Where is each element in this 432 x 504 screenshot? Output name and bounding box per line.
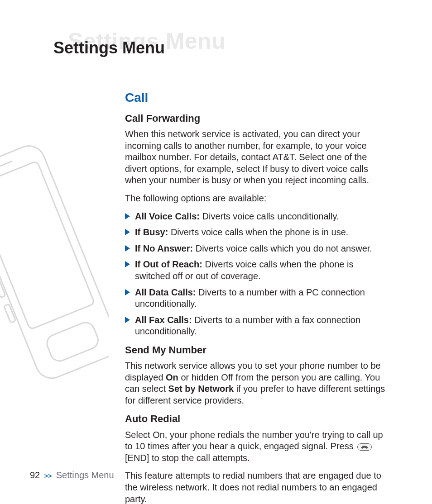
subheading-send-my-number: Send My Number (125, 344, 388, 357)
option-label: If No Answer: (135, 243, 193, 253)
option-label: All Fax Calls: (135, 315, 192, 325)
call-forwarding-para1: When this network service is activated, … (125, 128, 388, 186)
option-text: Diverts voice calls which you do not ans… (193, 243, 372, 253)
end-key-icon (357, 443, 372, 451)
option-label: If Out of Reach: (135, 259, 202, 269)
triangle-bullet-icon (125, 317, 130, 323)
auto-redial-para1: Select On, your phone redials the number… (125, 429, 388, 464)
subheading-auto-redial: Auto Redial (125, 413, 388, 425)
triangle-bullet-icon (125, 245, 130, 252)
send-my-number-para: This network service allows you to set y… (125, 360, 388, 406)
triangle-bullet-icon (125, 289, 130, 295)
page-footer: 92 >> Settings Menu (30, 470, 114, 480)
list-item: If Busy: Diverts voice calls when the ph… (125, 227, 388, 238)
list-item: If Out of Reach: Diverts voice calls whe… (125, 259, 388, 282)
svg-rect-0 (0, 141, 109, 383)
list-item: All Fax Calls: Diverts to a number with … (125, 314, 388, 338)
triangle-bullet-icon (125, 261, 130, 267)
content-column: Call Call Forwarding When this network s… (125, 90, 388, 504)
triangle-bullet-icon (125, 213, 130, 219)
svg-rect-6 (4, 304, 16, 323)
call-forwarding-options-list: All Voice Calls: Diverts voice calls unc… (125, 211, 388, 338)
section-heading-call: Call (125, 90, 388, 106)
bold-set-by-network: Set by Network (168, 384, 234, 394)
svg-rect-2 (44, 320, 101, 364)
chevron-icon: >> (44, 472, 52, 480)
text-run: Select On, your phone redials the number… (125, 430, 383, 452)
subheading-call-forwarding: Call Forwarding (125, 112, 388, 125)
auto-redial-para2: This feature attempts to redial numbers … (125, 470, 388, 504)
option-text: Diverts voice calls unconditionally. (200, 211, 339, 221)
manual-page: Settings Menu Settings Menu Call Call Fo… (0, 0, 432, 504)
call-forwarding-para2: The following options are available: (125, 193, 388, 204)
bold-on: On (166, 372, 178, 382)
triangle-bullet-icon (125, 229, 130, 235)
svg-rect-5 (0, 266, 5, 297)
text-run: [END] to stop the call attempts. (125, 453, 250, 463)
option-label: All Voice Calls: (135, 211, 200, 221)
option-text: Diverts voice calls when the phone is in… (168, 227, 348, 237)
footer-breadcrumb: Settings Menu (56, 470, 114, 480)
option-label: If Busy: (135, 227, 168, 237)
svg-line-7 (0, 162, 12, 170)
page-number: 92 (30, 470, 40, 480)
list-item: All Data Calls: Diverts to a number with… (125, 287, 388, 310)
option-label: All Data Calls: (135, 287, 196, 297)
list-item: If No Answer: Diverts voice calls which … (125, 243, 388, 255)
list-item: All Voice Calls: Diverts voice calls unc… (125, 211, 388, 223)
page-title: Settings Menu (53, 38, 165, 57)
phone-outline-illustration (0, 140, 109, 398)
